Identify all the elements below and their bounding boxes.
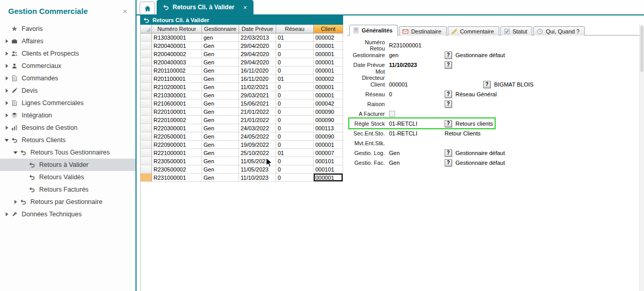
cell-reseau[interactable]: 0: [276, 50, 314, 58]
cell-client[interactable]: 000090: [314, 116, 343, 124]
cell-client[interactable]: 000001: [314, 141, 343, 149]
row-selector-cell[interactable]: [141, 132, 152, 141]
row-selector-cell[interactable]: [141, 157, 152, 165]
cell-reseau[interactable]: 0: [276, 42, 314, 50]
cell-client[interactable]: 000113: [314, 124, 343, 132]
cell-numero-retour[interactable]: R220100002: [152, 116, 202, 124]
sidebar-item-devis[interactable]: Devis: [0, 84, 135, 97]
help-button[interactable]: ?: [445, 100, 452, 108]
row-selector-header[interactable]: [141, 25, 152, 33]
chevron-right-icon[interactable]: [3, 39, 10, 43]
sidebar-item-retours-factures[interactable]: Retours Facturés: [0, 183, 135, 196]
cell-client[interactable]: 000002: [314, 33, 343, 42]
chevron-down-icon[interactable]: [3, 139, 10, 142]
chevron-right-icon[interactable]: [3, 212, 10, 216]
cell-numero-retour[interactable]: R220300001: [152, 124, 202, 132]
row-selector-cell[interactable]: [141, 58, 152, 66]
cell-gestionnaire[interactable]: Gen: [202, 174, 239, 182]
sidebar-item-clients-et-prospects[interactable]: Clients et Prospects: [0, 47, 135, 60]
cell-date-prevue[interactable]: 11/10/2023: [239, 174, 276, 182]
cell-reseau[interactable]: 0: [276, 165, 314, 174]
sidebar-item-retours-valides[interactable]: Retours Validés: [0, 171, 135, 183]
cell-reseau[interactable]: 01: [276, 33, 314, 42]
cell-gestionnaire[interactable]: Gen: [202, 124, 239, 132]
cell-reseau[interactable]: 0: [276, 66, 314, 75]
field-value-date-prevue[interactable]: 11/10/2023: [389, 62, 445, 68]
cell-reseau[interactable]: 0: [276, 58, 314, 66]
chevron-right-icon[interactable]: [3, 101, 10, 105]
cell-gestionnaire[interactable]: Gen: [202, 42, 239, 50]
cell-gestionnaire[interactable]: Gen: [202, 66, 239, 75]
cell-numero-retour[interactable]: R210300001: [152, 91, 202, 99]
tab-home[interactable]: [140, 2, 155, 14]
table-row[interactable]: R230500002Gen11/05/20230000101: [141, 165, 343, 174]
cell-date-prevue[interactable]: 29/04/2020: [239, 50, 276, 58]
sidebar-close-icon[interactable]: ×: [123, 7, 127, 15]
detail-tab-destinataire[interactable]: Destinataire: [399, 26, 447, 36]
field-value-regle-stock[interactable]: 01-RETCLI: [389, 121, 445, 127]
cell-client[interactable]: 000002: [314, 75, 343, 83]
field-value-sec-ent-sto[interactable]: 01-RETCLI: [389, 130, 445, 136]
row-selector-cell[interactable]: [141, 33, 152, 42]
cell-numero-retour[interactable]: R220500001: [152, 132, 202, 141]
chevron-right-icon[interactable]: [3, 64, 10, 68]
cell-reseau[interactable]: 0: [276, 108, 314, 116]
a-facturer-checkbox[interactable]: [389, 111, 395, 117]
vertical-scrollbar[interactable]: [639, 25, 644, 291]
cell-numero-retour[interactable]: R201100001: [152, 75, 202, 83]
cell-reseau[interactable]: 0: [276, 91, 314, 99]
row-selector-cell[interactable]: [141, 50, 152, 58]
cell-date-prevue[interactable]: 29/03/2021: [239, 91, 276, 99]
chevron-right-icon[interactable]: [3, 52, 10, 56]
cell-gestionnaire[interactable]: Gen: [202, 75, 239, 83]
cell-client[interactable]: 000101: [314, 157, 343, 165]
sidebar-item-besoins-de-gestion[interactable]: Besoins de Gestion: [0, 122, 135, 134]
column-header-date-prevue[interactable]: Date Prévue: [239, 25, 276, 33]
sidebar-item-commerciaux[interactable]: Commerciaux: [0, 60, 135, 72]
cell-gestionnaire[interactable]: Gen: [202, 58, 239, 66]
cell-client[interactable]: 000090: [314, 132, 343, 141]
detail-tab-commentaire[interactable]: Commentaire: [448, 26, 499, 36]
cell-client[interactable]: 000042: [314, 99, 343, 108]
detail-tab-statut[interactable]: Statut: [500, 26, 533, 36]
detail-tab-qui-quand[interactable]: Qui, Quand ?: [533, 26, 584, 36]
cell-date-prevue[interactable]: 15/06/2021: [239, 99, 276, 108]
cell-numero-retour[interactable]: R210600001: [152, 99, 202, 108]
row-selector-cell[interactable]: [141, 174, 152, 182]
cell-gestionnaire[interactable]: Gen: [202, 91, 239, 99]
help-button[interactable]: ?: [445, 91, 452, 98]
cell-client[interactable]: 000001: [314, 91, 343, 99]
row-selector-cell[interactable]: [141, 108, 152, 116]
row-selector-cell[interactable]: [141, 91, 152, 99]
cell-date-prevue[interactable]: 22/03/2013: [239, 33, 276, 42]
sidebar-item-retours-tous-gestionnaires[interactable]: Retours Tous Gestionnaires: [0, 146, 135, 159]
cell-reseau[interactable]: 0: [276, 124, 314, 132]
row-selector-cell[interactable]: [141, 83, 152, 91]
cell-date-prevue[interactable]: 16/11/2020: [239, 66, 276, 75]
cell-gestionnaire[interactable]: Gen: [202, 50, 239, 58]
chevron-right-icon[interactable]: [3, 76, 10, 80]
cell-date-prevue[interactable]: 19/09/2022: [239, 141, 276, 149]
cell-client[interactable]: 000007: [314, 149, 343, 157]
cell-numero-retour[interactable]: R231000001: [152, 174, 202, 182]
table-row[interactable]: R220100001Gen21/01/20220000090: [141, 108, 343, 116]
column-header-numero-retour[interactable]: Numéro Retour: [152, 25, 202, 33]
table-row[interactable]: R210200001Gen11/02/20210000001: [141, 83, 343, 91]
field-value-gestio-log[interactable]: Gen: [389, 150, 445, 156]
sidebar-item-commandes[interactable]: Commandes: [0, 72, 135, 84]
sidebar-item-integration[interactable]: Intégration: [0, 109, 135, 122]
table-row[interactable]: R210300001Gen29/03/20210000001: [141, 91, 343, 99]
cell-numero-retour[interactable]: R230500002: [152, 165, 202, 174]
cell-reseau[interactable]: 0: [276, 132, 314, 141]
cell-gestionnaire[interactable]: Gen: [202, 157, 239, 165]
table-row[interactable]: R200400001Gen29/04/20200000001: [141, 42, 343, 50]
table-row[interactable]: R220900001Gen19/09/20220000001: [141, 141, 343, 149]
cell-gestionnaire[interactable]: Gen: [202, 116, 239, 124]
cell-reseau[interactable]: 0: [276, 141, 314, 149]
row-selector-cell[interactable]: [141, 75, 152, 83]
column-header-gestionnaire[interactable]: Gestionnaire: [202, 25, 239, 33]
cell-reseau[interactable]: 0: [276, 83, 314, 91]
cell-date-prevue[interactable]: 24/05/2022: [239, 132, 276, 141]
table-row[interactable]: R200400003Gen29/04/20200000001: [141, 58, 343, 66]
help-button[interactable]: ?: [483, 81, 490, 88]
